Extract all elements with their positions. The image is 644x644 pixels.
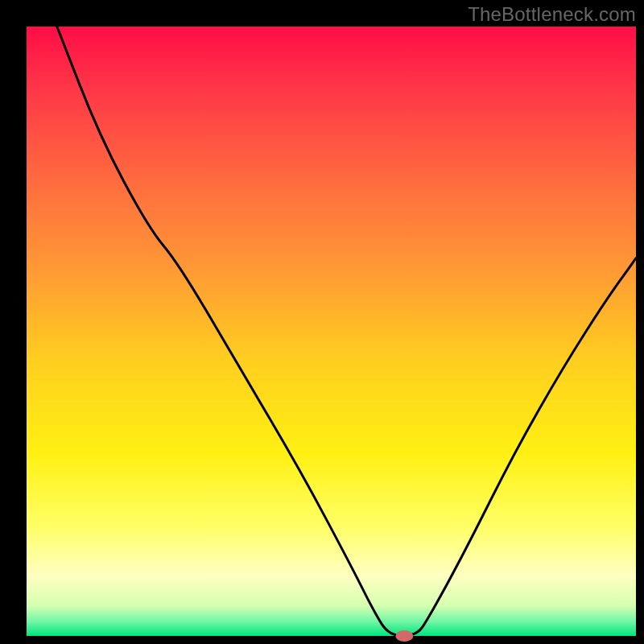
chart-container: TheBottleneck.com (0, 0, 644, 644)
bottleneck-chart (0, 0, 644, 644)
watermark-text: TheBottleneck.com (468, 3, 636, 26)
chart-background (27, 27, 636, 636)
optimum-marker (395, 630, 413, 642)
